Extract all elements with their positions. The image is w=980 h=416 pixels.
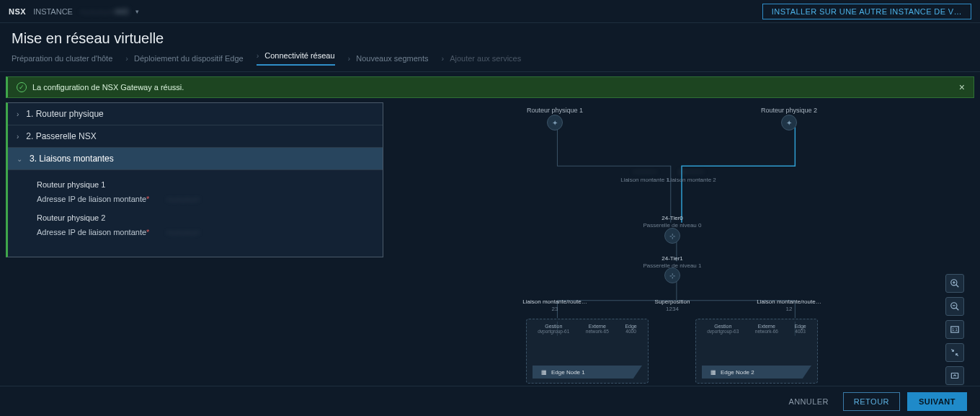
chevron-right-icon: › xyxy=(442,54,445,63)
bottom-right-label: Liaison montante/route… xyxy=(757,298,821,305)
step-label: Déploiement du dispositif Edge xyxy=(134,54,244,63)
uplink1-ip: ··············· xyxy=(633,169,656,175)
bottom-left-sub: 23 xyxy=(552,306,558,312)
tier1-node-icon[interactable]: ⊹ xyxy=(664,267,680,283)
uplink-ip-value-1[interactable]: ···.···.···.··· xyxy=(166,195,200,203)
tier0-node-icon[interactable]: ⊹ xyxy=(664,228,680,244)
step-label: Préparation du cluster d'hôte xyxy=(12,54,112,63)
cancel-button[interactable]: ANNULER xyxy=(781,393,835,410)
edge-groups: Gestiondvportgroup-63 Externenetwork-66 … xyxy=(696,319,817,334)
accordion-title: 1. Routeur physique xyxy=(26,109,103,119)
step-label: Connectivité réseau xyxy=(264,51,334,60)
content: › 1. Routeur physique › 2. Passerelle NS… xyxy=(0,102,980,399)
wizard-step-add-services: › Ajouter aux services xyxy=(442,54,522,63)
uplink-ip-label: Adresse IP de liaison montante* xyxy=(37,228,166,236)
bottom-center-sub: 1234 xyxy=(666,306,679,312)
accordion-physical-router[interactable]: › 1. Routeur physique xyxy=(8,103,383,125)
edge-box-2[interactable]: Gestiondvportgroup-63 Externenetwork-66 … xyxy=(695,319,818,384)
page-title: Mise en réseau virtuelle xyxy=(0,23,980,51)
zoom-out-button[interactable] xyxy=(945,297,964,316)
tier0-name: 24-Tier0 xyxy=(662,215,683,221)
instance-label: INSTANCE xyxy=(33,7,73,16)
router2-title: Routeur physique 2 xyxy=(37,213,373,222)
accordion-nsx-gateway[interactable]: › 2. Passerelle NSX xyxy=(8,125,383,148)
accordion-uplinks[interactable]: ⌄ 3. Liaisons montantes xyxy=(8,148,383,170)
topbar: NSX INSTANCE ···.···.···.···:443 ▾ INSTA… xyxy=(0,0,980,23)
server-icon: ▦ xyxy=(541,369,547,376)
back-button[interactable]: RETOUR xyxy=(843,392,900,411)
wizard-steps: Préparation du cluster d'hôte › Déploiem… xyxy=(0,51,980,72)
instance-value[interactable]: ···.···.···.···:443 xyxy=(80,7,128,16)
collapse-button[interactable] xyxy=(945,343,964,362)
wizard-step-network-connectivity[interactable]: › Connectivité réseau xyxy=(257,51,335,66)
chevron-right-icon: › xyxy=(17,133,19,141)
router-node-icon[interactable]: ✦ xyxy=(781,115,797,130)
uplink-ip-row-1: Adresse IP de liaison montante* ···.···.… xyxy=(37,195,373,203)
step-label: Nouveaux segments xyxy=(356,54,428,63)
next-button[interactable]: SUIVANT xyxy=(907,392,967,411)
edge-node-1[interactable]: ▦ Edge Node 1 xyxy=(533,366,642,379)
step-label: Ajouter aux services xyxy=(450,54,521,63)
server-icon: ▦ xyxy=(710,369,716,376)
chevron-right-icon: › xyxy=(257,51,259,60)
zoom-in-button[interactable] xyxy=(945,274,964,293)
bottom-left-label: Liaison montante/route… xyxy=(522,298,587,305)
uplink-ip-row-2: Adresse IP de liaison montante* ···.···.… xyxy=(37,228,373,236)
chevron-down-icon[interactable]: ▾ xyxy=(135,8,139,15)
nsx-logo: NSX xyxy=(9,7,26,16)
wizard-footer: ANNULER RETOUR SUIVANT xyxy=(0,386,980,416)
router-node-icon[interactable]: ✦ xyxy=(547,115,563,130)
success-alert: ✓ La configuration de NSX Gateway a réus… xyxy=(6,76,974,98)
export-button[interactable] xyxy=(945,366,964,385)
topbar-left: NSX INSTANCE ···.···.···.···:443 ▾ xyxy=(9,7,139,16)
config-accordion: › 1. Routeur physique › 2. Passerelle NS… xyxy=(6,102,383,257)
chevron-right-icon: › xyxy=(17,110,19,118)
router1-title: Routeur physique 1 xyxy=(37,180,373,189)
svg-line-1 xyxy=(956,285,959,288)
uplink2-label: Liaison montante 2 xyxy=(667,177,716,183)
svg-rect-11 xyxy=(951,373,958,379)
uplink1-label: Liaison montante 1 xyxy=(620,177,669,183)
uplinks-body: Routeur physique 1 Adresse IP de liaison… xyxy=(8,170,383,257)
check-circle-icon: ✓ xyxy=(17,82,27,92)
bottom-right-sub: 12 xyxy=(786,306,793,312)
bottom-center-label: Superposition xyxy=(655,298,690,305)
edge-box-1[interactable]: Gestiondvportgroup-61 Externenetwork-65 … xyxy=(526,319,649,384)
wizard-step-edge-deploy[interactable]: › Déploiement du dispositif Edge xyxy=(125,54,243,63)
chevron-right-icon: › xyxy=(125,54,128,63)
chevron-right-icon: › xyxy=(348,54,351,63)
phys-router-1-label: Routeur physique 1 xyxy=(527,107,583,114)
wizard-step-host-prep[interactable]: Préparation du cluster d'hôte xyxy=(12,54,112,63)
fit-screen-button[interactable]: 1:1 xyxy=(945,320,964,339)
edge-groups: Gestiondvportgroup-61 Externenetwork-65 … xyxy=(527,319,648,334)
install-other-instance-button[interactable]: INSTALLER SUR UNE AUTRE INSTANCE DE V… xyxy=(762,4,971,19)
alert-text: La configuration de NSX Gateway a réussi… xyxy=(32,83,184,92)
topology-diagram[interactable]: Routeur physique 1 ✦ Routeur physique 2 … xyxy=(389,102,974,399)
uplink-ip-label: Adresse IP de liaison montante* xyxy=(37,195,166,203)
topology-lines xyxy=(389,102,974,399)
uplink2-ip: 1············· xyxy=(680,169,703,175)
zoom-controls: 1:1 xyxy=(945,274,964,385)
close-icon[interactable]: × xyxy=(959,81,965,93)
chevron-down-icon: ⌄ xyxy=(17,155,22,163)
svg-text:1:1: 1:1 xyxy=(952,327,957,332)
accordion-title: 3. Liaisons montantes xyxy=(30,154,114,164)
edge-node-2[interactable]: ▦ Edge Node 2 xyxy=(702,366,811,379)
phys-router-2-label: Routeur physique 2 xyxy=(761,107,817,114)
svg-line-5 xyxy=(956,308,959,311)
wizard-step-new-segments[interactable]: › Nouveaux segments xyxy=(348,54,429,63)
uplink-ip-value-2[interactable]: ···.···.···.··· xyxy=(166,228,200,236)
accordion-title: 2. Passerelle NSX xyxy=(26,131,96,141)
tier1-name: 24-Tier1 xyxy=(662,255,683,262)
